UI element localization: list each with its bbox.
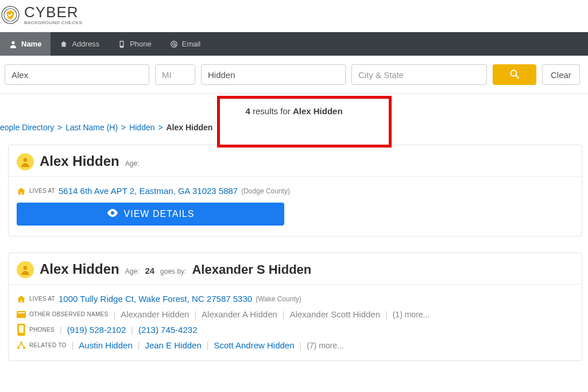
related-row: RELATED TO | Austin Hidden| Jean E Hidde… [17, 340, 574, 350]
alias-name: Alexander Hidden [121, 309, 189, 319]
person-name[interactable]: Alex Hidden [40, 153, 119, 169]
crumb-current: Alex Hidden [166, 123, 212, 132]
brand-tagline: BACKGROUND CHECKS [24, 21, 82, 25]
phone-link[interactable]: (919) 528-2102 [67, 325, 126, 335]
tab-label: Address [72, 40, 99, 48]
age-label: Age: [125, 160, 140, 168]
phone-icon [17, 325, 26, 335]
svg-point-5 [171, 41, 177, 47]
svg-point-2 [11, 41, 14, 44]
related-link[interactable]: Jean E Hidden [145, 340, 201, 350]
related-link[interactable]: Austin Hidden [79, 340, 132, 350]
svg-rect-12 [17, 311, 26, 318]
county-label: (Dodge County) [241, 187, 290, 195]
alias-name: Alexander Scott Hidden [289, 309, 380, 319]
svg-point-11 [24, 266, 28, 270]
home-icon [17, 187, 26, 196]
middle-initial-input[interactable] [155, 64, 195, 85]
related-link[interactable]: Scott Andrew Hidden [214, 340, 294, 350]
view-details-button[interactable]: VIEW DETAILS [17, 203, 284, 226]
age-label: Age: [125, 267, 140, 275]
crumb-directory[interactable]: eople Directory [0, 123, 54, 132]
home-icon [60, 40, 68, 48]
home-icon [17, 294, 26, 304]
lives-at-label: LIVES AT [29, 296, 55, 302]
result-count: 4 [245, 106, 250, 116]
related-more[interactable]: (7) more... [307, 341, 344, 350]
crumb-lastname[interactable]: Hidden [129, 123, 154, 132]
address-link[interactable]: 5614 6th Ave APT 2, Eastman, GA 31023 58… [59, 186, 238, 196]
logo-icon [0, 5, 21, 25]
svg-rect-13 [18, 312, 25, 313]
breadcrumb: eople Directory > Last Name (H) > Hidden… [0, 119, 588, 145]
page-header: CYBER BACKGROUND CHECKS [0, 0, 588, 32]
clear-button[interactable]: Clear [542, 64, 580, 85]
svg-point-9 [24, 158, 28, 162]
card-header: Alex Hidden Age: [9, 145, 582, 177]
tab-phone[interactable]: Phone [109, 32, 161, 56]
results-summary: 4 results for Alex Hidden [0, 94, 588, 119]
svg-point-18 [23, 347, 25, 349]
at-icon [170, 40, 178, 48]
brand-name: CYBER [24, 5, 82, 20]
svg-point-17 [17, 347, 20, 349]
tab-email[interactable]: Email [161, 32, 210, 56]
alias-name: Alexander A Hidden [202, 309, 277, 319]
last-name-input[interactable] [201, 64, 346, 85]
id-card-icon [17, 310, 26, 319]
result-card: Alex Hidden Age: LIVES AT 5614 6th Ave A… [8, 145, 582, 236]
address-row: LIVES AT 1000 Tully Ridge Ct, Wake Fores… [17, 294, 574, 304]
address-row: LIVES AT 5614 6th Ave APT 2, Eastman, GA… [17, 186, 574, 196]
network-icon [17, 341, 26, 350]
tab-label: Email [182, 40, 201, 48]
city-state-input[interactable] [351, 64, 487, 85]
svg-rect-15 [19, 325, 24, 333]
person-avatar-icon [17, 261, 34, 278]
phone-link[interactable]: (213) 745-4232 [138, 325, 198, 335]
button-label: VIEW DETAILS [124, 209, 195, 219]
brand-logo[interactable]: CYBER BACKGROUND CHECKS [0, 5, 82, 25]
result-card: Alex Hidden Age: 24 goes by: Alexander S… [8, 253, 582, 361]
svg-rect-4 [121, 41, 123, 45]
goes-by-name: Alexander S Hidden [192, 262, 311, 277]
search-bar: Clear [0, 56, 588, 94]
result-text: results for [250, 106, 293, 116]
eye-icon [107, 209, 118, 219]
tab-address[interactable]: Address [51, 32, 109, 56]
aliases-row: OTHER OBSERVED NAMES | Alexander Hidden|… [17, 309, 574, 319]
address-link[interactable]: 1000 Tully Ridge Ct, Wake Forest, NC 275… [59, 294, 252, 304]
goes-by-label: goes by: [160, 267, 186, 275]
svg-point-6 [173, 42, 175, 45]
crumb-lastname-letter[interactable]: Last Name (H) [65, 123, 118, 132]
phones-label: PHONES [29, 327, 55, 333]
search-button[interactable] [493, 64, 536, 85]
tab-label: Phone [130, 40, 152, 48]
search-icon [509, 69, 520, 81]
result-query: Alex Hidden [293, 106, 343, 116]
tab-name[interactable]: Name [0, 32, 51, 56]
card-header: Alex Hidden Age: 24 goes by: Alexander S… [9, 253, 582, 285]
svg-line-8 [516, 75, 519, 78]
phone-icon [118, 40, 126, 48]
related-label: RELATED TO [29, 342, 67, 348]
phones-row: PHONES | (919) 528-2102| (213) 745-4232 [17, 325, 574, 335]
other-names-label: OTHER OBSERVED NAMES [29, 311, 109, 317]
tab-label: Name [21, 40, 41, 48]
lives-at-label: LIVES AT [29, 188, 55, 194]
alias-more[interactable]: (1) more... [393, 310, 430, 319]
svg-point-10 [111, 211, 114, 215]
svg-point-16 [20, 341, 22, 344]
person-avatar-icon [17, 153, 34, 170]
search-type-tabs: Name Address Phone Email [0, 32, 588, 56]
first-name-input[interactable] [5, 64, 149, 85]
person-name[interactable]: Alex Hidden [40, 261, 119, 277]
county-label: (Wake County) [256, 295, 301, 303]
age-value: 24 [145, 266, 154, 275]
results-list: Alex Hidden Age: LIVES AT 5614 6th Ave A… [0, 145, 588, 361]
person-icon [9, 40, 17, 48]
